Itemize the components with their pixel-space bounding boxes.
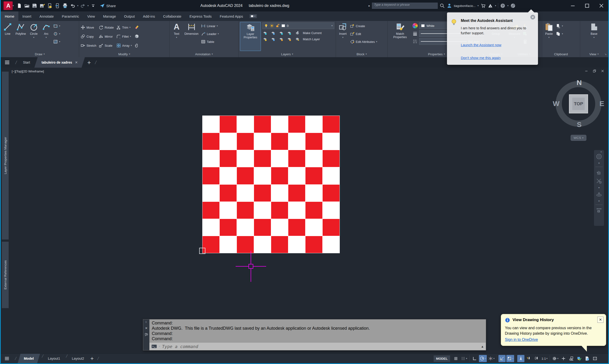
user-avatar-icon[interactable] [447, 3, 452, 8]
board-cell[interactable] [271, 150, 288, 167]
minimize-button[interactable] [570, 3, 576, 9]
new-layout-button[interactable]: + [88, 355, 96, 362]
plot-button[interactable] [62, 3, 68, 9]
ribbon-tab-express-tools[interactable]: Express Tools [185, 12, 216, 21]
fillet-button[interactable]: Fillet▾ [116, 34, 132, 39]
block-panel-title[interactable]: Block▾ [336, 51, 388, 57]
command-history[interactable]: Command:Autodesk DWG. This file is a Tru… [149, 319, 486, 342]
object-snap-tracking-toggle[interactable] [498, 355, 505, 362]
layer-properties-manager-palette-tab[interactable]: Layer Properties Manager [2, 71, 9, 240]
board-cell[interactable] [220, 219, 237, 236]
clipboard-panel-title[interactable]: Clipboard [542, 51, 580, 57]
make-current-label[interactable]: Make Current [303, 31, 322, 35]
line-button[interactable]: Line [2, 22, 13, 51]
move-button[interactable]: Move [80, 25, 96, 30]
assistant-icon[interactable] [510, 3, 516, 8]
ribbon-tab-annotate[interactable]: Annotate [36, 12, 58, 21]
snap-mode-toggle[interactable]: ▾ [460, 355, 468, 362]
board-cell[interactable] [271, 236, 288, 253]
workspace-switching-toggle[interactable]: ▾ [551, 355, 559, 362]
layer-lock-icon[interactable] [287, 30, 292, 35]
pan-hand-icon[interactable] [596, 169, 602, 176]
quick-properties-toggle[interactable] [560, 355, 567, 362]
signed-in-user[interactable]: tiagobonifacio... [454, 4, 476, 8]
zoom-extents-icon[interactable] [596, 178, 602, 184]
board-cell[interactable] [237, 167, 254, 184]
board-cell[interactable] [288, 133, 305, 150]
viewcube-top-face[interactable]: TOP [569, 94, 588, 113]
undo-button[interactable] [70, 3, 76, 9]
drawing-history-status-toggle[interactable] [583, 355, 591, 362]
view-panel-title[interactable]: View▾ [580, 51, 608, 57]
layers-panel-title[interactable]: Layers▾ [238, 51, 336, 57]
viewcube-west[interactable]: W [553, 100, 559, 108]
board-cell[interactable] [271, 202, 288, 219]
board-cell[interactable] [203, 185, 220, 202]
navwheel-caret-icon[interactable]: ▾ [598, 162, 599, 164]
cut-button[interactable]: ▾ [556, 23, 563, 29]
edit-attributes-button[interactable]: Edit Attributes▾ [350, 39, 377, 45]
redo-button[interactable] [80, 3, 86, 9]
grid-display-toggle[interactable] [452, 355, 459, 362]
object-snap-caret-icon[interactable]: ▾ [512, 357, 513, 360]
annotation-scale-value-caret-icon[interactable]: ▾ [546, 357, 547, 360]
board-cell[interactable] [237, 150, 254, 167]
modify-panel-title[interactable]: Modify▾ [79, 51, 169, 57]
layer-dropdown[interactable]: 0 ▾ [262, 22, 334, 29]
viewcube-north[interactable]: N [577, 78, 582, 87]
linear-button[interactable]: Linear▾ [201, 23, 219, 29]
copy-button[interactable]: Copy [80, 34, 96, 39]
orbit-icon[interactable] [596, 191, 602, 197]
board-cell[interactable] [288, 219, 305, 236]
rotate-button[interactable]: Rotate [99, 25, 114, 30]
layer-properties-button[interactable]: Layer Properties [240, 22, 261, 51]
file-tabs-menu-icon[interactable] [4, 59, 10, 65]
save-button[interactable] [31, 3, 38, 9]
board-cell[interactable] [323, 219, 339, 236]
board-cell[interactable] [271, 167, 288, 184]
viewcube[interactable]: N W E S TOP [552, 78, 605, 130]
board-cell[interactable] [203, 133, 220, 150]
layout-tab-model[interactable]: Model [18, 354, 40, 363]
search-input[interactable]: Type a keyword or phrase [372, 3, 438, 9]
board-cell[interactable] [305, 167, 322, 184]
board-cell[interactable] [203, 202, 220, 219]
board-cell[interactable] [237, 202, 254, 219]
scale-button[interactable]: Scale [99, 43, 114, 48]
command-options-caret-icon[interactable]: ▾ [159, 345, 160, 348]
board-cell[interactable] [323, 116, 339, 133]
board-cell[interactable] [288, 236, 305, 253]
viewport-controls-label[interactable]: [−][Top][2D Wireframe] [12, 70, 44, 73]
navigation-wheel-icon[interactable] [596, 153, 602, 160]
board-cell[interactable] [288, 116, 305, 133]
customization-toggle[interactable] [599, 355, 606, 362]
board-cell[interactable] [220, 167, 237, 184]
board-cell[interactable] [220, 133, 237, 150]
open-from-mobile-button[interactable] [54, 3, 61, 9]
showmotion-icon[interactable] [596, 207, 602, 213]
board-cell[interactable] [203, 167, 220, 184]
trim-button[interactable]: Trim▾ [116, 25, 132, 30]
donut-button[interactable]: ▾ [53, 31, 60, 37]
command-history-expand-icon[interactable]: ▲ [481, 345, 484, 348]
board-cell[interactable] [220, 185, 237, 202]
layer-on-all-icon[interactable] [262, 37, 268, 41]
board-cell[interactable] [305, 133, 322, 150]
search-icon[interactable] [440, 3, 445, 8]
board-cell[interactable] [254, 202, 271, 219]
board-cell[interactable] [237, 236, 254, 253]
array-button[interactable]: Array▾ [116, 43, 132, 48]
board-cell[interactable] [305, 150, 322, 167]
hatch-button[interactable]: ▾ [53, 39, 60, 45]
external-references-palette-tab[interactable]: External References [2, 242, 9, 308]
object-snap-toggle[interactable]: ▾ [506, 355, 514, 362]
model-space-button[interactable]: MODEL [434, 355, 450, 362]
erase-button[interactable] [134, 25, 139, 30]
command-input-row[interactable]: ▾ Type a command ▲ [149, 342, 486, 350]
arc-button[interactable]: Arc ▾ [41, 22, 52, 51]
base-view-button[interactable]: Base▾ [588, 22, 599, 51]
close-button[interactable] [598, 3, 605, 9]
viewcube-east[interactable]: E [599, 100, 604, 108]
board-cell[interactable] [254, 219, 271, 236]
board-cell[interactable] [203, 116, 220, 133]
